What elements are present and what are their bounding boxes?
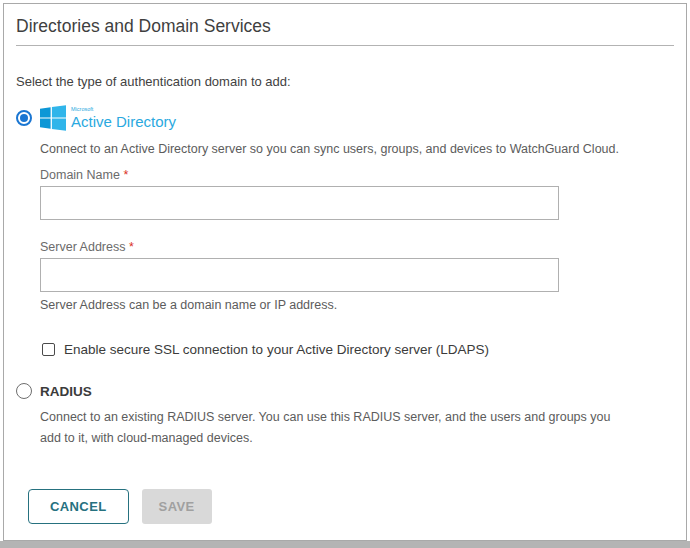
required-asterisk: * [123,168,128,182]
active-directory-description: Connect to an Active Directory server so… [40,139,625,160]
form-content: Select the type of authentication domain… [4,74,686,524]
ldaps-checkbox-label[interactable]: Enable secure SSL connection to your Act… [64,342,489,357]
windows-logo-icon [40,105,66,131]
radius-label[interactable]: RADIUS [40,384,92,399]
domain-name-input[interactable] [40,186,559,220]
required-asterisk: * [129,240,134,254]
save-button[interactable]: SAVE [142,489,212,524]
cancel-button[interactable]: CANCEL [28,489,129,524]
intro-text: Select the type of authentication domain… [16,74,674,89]
radio-active-directory[interactable] [16,110,32,126]
bottom-strip [0,541,690,548]
radius-description: Connect to an existing RADIUS server. Yo… [40,407,625,449]
footer-actions: CANCEL SAVE [28,489,674,524]
title-divider [16,45,674,46]
radius-body: Connect to an existing RADIUS server. Yo… [40,407,674,449]
directories-panel: Directories and Domain Services Select t… [3,3,687,541]
radio-radius[interactable] [16,383,32,399]
server-address-label: Server Address * [40,240,674,254]
server-address-field: Server Address * Server Address can be a… [40,240,674,312]
server-address-help: Server Address can be a domain name or I… [40,298,674,312]
active-directory-body: Connect to an Active Directory server so… [40,139,674,357]
option-active-directory: Microsoft Active Directory Connect to an… [16,105,674,357]
domain-name-label: Domain Name * [40,168,674,182]
ldaps-checkbox-row: Enable secure SSL connection to your Act… [42,342,674,357]
radius-header: RADIUS [16,383,674,399]
active-directory-label: Active Directory [71,114,176,129]
page-title: Directories and Domain Services [16,16,674,37]
domain-name-label-text: Domain Name [40,168,120,182]
ldaps-checkbox[interactable] [42,343,55,356]
active-directory-label-group[interactable]: Microsoft Active Directory [71,107,176,130]
server-address-input[interactable] [40,258,559,292]
server-address-label-text: Server Address [40,240,125,254]
domain-name-field: Domain Name * [40,168,674,220]
option-radius: RADIUS Connect to an existing RADIUS ser… [16,383,674,449]
active-directory-header: Microsoft Active Directory [16,105,674,131]
microsoft-brand-text: Microsoft [71,107,176,113]
